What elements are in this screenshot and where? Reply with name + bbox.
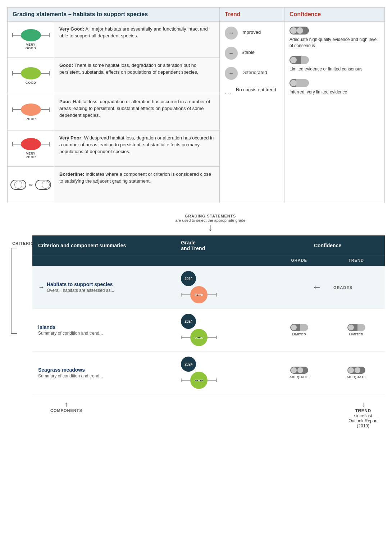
sub-col1 <box>32 256 175 266</box>
seagrass-conf-trend-badge: ADEQUATE <box>333 367 379 379</box>
grade-desc-poor: Habitat loss, degradation or alteration … <box>59 99 210 118</box>
criterion-bracket-col: CRITERION <box>7 235 32 334</box>
pill-very-good <box>21 29 41 41</box>
grade-text-very-poor: Very Poor: Widespread habitat loss, degr… <box>54 130 219 166</box>
conf-text-limited: Limited evidence or limited consensus <box>290 66 379 72</box>
grade-bold-borderline: Borderline: <box>59 171 84 177</box>
islands-conf-grade-knob <box>291 325 297 330</box>
seagrass-conf-grade-label: ADEQUATE <box>290 375 309 379</box>
trend-item-no-trend: ··· No consistent trend <box>225 87 279 97</box>
trend-column: Trend → Improved – Stable ← Det <box>220 8 284 203</box>
criterion-row-arrow: → <box>38 284 45 291</box>
whisker-left-poor <box>13 109 21 110</box>
seagrass-conf-grade-knob2 <box>297 367 303 373</box>
confidence-item-limited: Limited evidence or limited consensus <box>290 56 379 72</box>
whisker-group-very-poor <box>12 138 50 150</box>
confidence-column: Confidence Adequate high-quality evidenc… <box>284 8 384 203</box>
trend-item-improved: → Improved <box>225 27 279 40</box>
up-arrow-components: ↑ <box>50 400 82 408</box>
conf-text-adequate: Adequate high-quality evidence and high … <box>290 37 379 49</box>
seagrass-name-cell: Seagrass meadows Summary of condition an… <box>32 352 175 394</box>
grading-row-very-good: VERYGOOD Very Good: All major habitats a… <box>8 22 219 58</box>
borderline-pill-inner-1 <box>14 181 22 189</box>
sub-header-row: GRADE TREND <box>32 256 385 266</box>
connector-text: GRADING STATEMENTS are used to select th… <box>175 214 245 222</box>
table-wrapper: Criterion and component summaries Gradea… <box>32 235 385 394</box>
seagrass-desc: Summary of condition and trend... <box>38 373 169 378</box>
w-r <box>208 294 216 295</box>
whisker-cap-right-vp <box>49 142 50 146</box>
components-label: COMPONENTS <box>50 408 82 413</box>
trend-label-no-trend: No consistent trend <box>236 87 276 92</box>
conf-switch-adequate <box>290 27 309 35</box>
trend-item-stable: – Stable <box>225 47 279 60</box>
grading-table: Grading statements – habitats to support… <box>8 8 220 203</box>
top-table-section: Grading statements – habitats to support… <box>7 7 385 203</box>
table-row-criterion: → Habitats to support species Overall, h… <box>32 266 385 309</box>
grade-icon-borderline: or <box>8 167 54 203</box>
conf-switch-inferred <box>290 79 309 87</box>
grade-label-very-poor: VERYPOOR <box>26 152 36 159</box>
criterion-grade-group: POOR ← <box>181 286 265 303</box>
or-text: or <box>29 183 33 187</box>
islands-name: Islands <box>38 324 169 330</box>
whisker-group-very-good <box>12 29 50 41</box>
whisker-right-vp <box>41 144 49 144</box>
grading-row-very-poor: VERYPOOR Very Poor: Widespread habitat l… <box>8 130 219 167</box>
trend-label-line3: Outlook Report <box>348 418 378 423</box>
criterion-conf-grade-cell: ← <box>270 266 328 309</box>
conf-text-inferred: Inferred, very limited evidence <box>290 89 379 95</box>
w-cap-r <box>216 293 217 297</box>
criterion-grade-cell: 2024 POOR ← <box>175 266 270 309</box>
criterion-name-row: → Habitats to support species Overall, h… <box>38 281 169 293</box>
criterion-brace <box>11 248 17 334</box>
criterion-desc: Overall, habitats are assessed as... <box>47 288 114 293</box>
confidence-header: Confidence <box>284 8 384 22</box>
criterion-trend-arrow: ← <box>195 291 202 299</box>
whisker-cap-right <box>49 33 50 37</box>
grade-bold-poor: Poor: <box>59 99 72 104</box>
grades-annotation-label: GRADES <box>333 285 352 290</box>
islands-conf-grade: LIMITED <box>270 309 328 352</box>
borderline-pill-inner-2 <box>42 181 50 189</box>
trend-arrow-improved: → <box>225 27 238 40</box>
grade-icon-very-poor: VERYPOOR <box>8 130 54 166</box>
grade-text-poor: Poor: Habitat loss, degradation or alter… <box>54 94 219 130</box>
seagrass-grade-cell: 2024 GOOD →← <box>175 352 270 394</box>
grading-row-good: GOOD Good: There is some habitat loss, d… <box>8 58 219 94</box>
seagrass-conf-trend-knob1 <box>348 367 354 373</box>
seagrass-conf-trend-knob2 <box>355 367 360 373</box>
borderline-pill-1 <box>10 180 26 190</box>
w-l <box>182 294 190 295</box>
islands-grade-group: GOOD – <box>181 329 265 346</box>
table-row-seagrass: Seagrass meadows Summary of condition an… <box>32 352 385 394</box>
whisker-group-good <box>12 67 50 79</box>
whisker-left <box>13 35 21 36</box>
grade-bold-very-poor: Very Poor: <box>59 135 83 141</box>
bottom-table: Criterion and component summaries Gradea… <box>32 235 385 394</box>
trend-annotation: ↓ TREND since last Outlook Report (2019) <box>348 400 378 428</box>
criterion-name: Habitats to support species <box>47 281 114 287</box>
whisker-right-good <box>41 73 49 74</box>
whisker-left-good <box>13 73 21 74</box>
grade-label-poor: POOR <box>26 117 36 121</box>
col3-header: Confidence <box>270 235 385 256</box>
trend-header: Trend <box>220 8 284 22</box>
confidence-item-adequate: Adequate high-quality evidence and high … <box>290 27 379 49</box>
trend-dots-no-trend: ··· <box>225 89 232 97</box>
criterion-conf-trend-cell: GRADES <box>328 266 385 309</box>
trend-label-stable: Stable <box>241 47 255 55</box>
seagrass-conf-trend-toggle <box>347 367 365 374</box>
pill-good <box>21 67 41 79</box>
table-header-row: Criterion and component summaries Gradea… <box>32 235 385 256</box>
grade-icon-very-good: VERYGOOD <box>8 22 54 58</box>
grade-text-very-good: Very Good: All major habitats are essent… <box>54 22 219 58</box>
seagrass-name: Seagrass meadows <box>38 367 169 373</box>
grading-row-borderline: or Borderline: Indicates where a compone… <box>8 167 219 203</box>
borderline-pill-2 <box>35 180 51 190</box>
grading-table-header: Grading statements – habitats to support… <box>8 8 219 22</box>
grading-row-poor: POOR Poor: Habitat loss, degradation or … <box>8 94 219 130</box>
trend-label-deteriorated: Deteriorated <box>241 67 267 75</box>
whisker-left-vp <box>13 144 21 144</box>
conf-knob-adequate-2 <box>297 27 303 34</box>
